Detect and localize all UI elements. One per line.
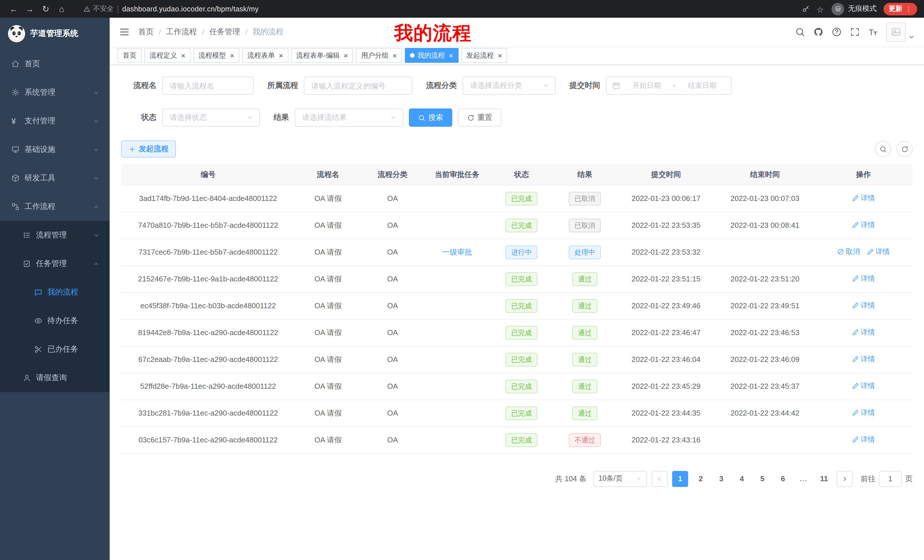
detail-action-link[interactable]: 详情 (852, 435, 875, 445)
sidebar-item-9[interactable]: 待办任务 (0, 307, 110, 335)
tab-item-2[interactable]: 流程模型× (193, 48, 239, 63)
browser-update-button[interactable]: 更新 ⋮ (884, 3, 917, 15)
status-select[interactable]: 请选择状态 (162, 108, 260, 127)
create-process-button[interactable]: 发起流程 (121, 141, 176, 157)
sidebar-item-5[interactable]: 工作流程 (0, 192, 110, 221)
process-id-input[interactable] (304, 76, 412, 95)
sidebar-menu: 首页系统管理¥支付管理基础设施研发工具工作流程流程管理任务管理我的流程待办任务已… (0, 49, 110, 392)
tab-item-1[interactable]: 流程定义× (144, 48, 190, 63)
sidebar-item-1[interactable]: 系统管理 (0, 78, 110, 107)
close-icon[interactable]: × (279, 52, 283, 59)
cell-category: OA (361, 239, 424, 265)
page-size-select[interactable]: 10条/页 (593, 471, 647, 487)
table-toolbar: 发起流程 (121, 141, 913, 157)
detail-action-link[interactable]: 详情 (852, 408, 875, 418)
user-menu[interactable] (886, 22, 915, 42)
page-number-button[interactable]: 6 (775, 471, 791, 487)
tab-label: 用户分组 (361, 51, 388, 60)
close-icon[interactable]: × (498, 52, 502, 59)
back-button[interactable]: ← (7, 2, 21, 16)
table-header-row: 编号流程名流程分类当前审批任务状态结果提交时间结束时间操作 (121, 165, 913, 185)
bookmark-star-icon[interactable]: ☆ (817, 5, 825, 13)
tab-item-4[interactable]: 流程表单-编辑× (291, 48, 353, 63)
page-number-button[interactable]: 4 (734, 471, 750, 487)
tab-item-6[interactable]: 我的流程× (405, 48, 458, 63)
current-task-link[interactable]: 一级审批 (442, 247, 472, 256)
sidebar-item-2[interactable]: ¥支付管理 (0, 107, 110, 135)
reset-button[interactable]: 重置 (458, 108, 501, 127)
toggle-search-button[interactable] (875, 141, 891, 157)
monitor-icon (11, 145, 20, 154)
cell-current-task (424, 427, 490, 453)
tab-item-5[interactable]: 用户分组× (356, 48, 402, 63)
avatar (886, 22, 906, 42)
tab-label: 流程模型 (198, 51, 226, 60)
page-number-button[interactable]: 3 (713, 471, 729, 487)
breadcrumb-item[interactable]: 首页 (138, 27, 154, 37)
detail-action-link[interactable]: 详情 (852, 328, 875, 337)
sidebar-item-3[interactable]: 基础设施 (0, 135, 110, 164)
tab-item-3[interactable]: 流程表单× (242, 48, 288, 63)
question-icon[interactable] (831, 27, 842, 37)
result-select[interactable]: 请选择流结果 (295, 108, 403, 127)
edit-icon (852, 276, 859, 282)
fullscreen-icon[interactable] (850, 27, 860, 37)
cell-id: 7317cec6-7b9b-11ec-b5b7-acde48001122 (121, 239, 295, 265)
column-header: 结果 (553, 165, 616, 185)
goto-page-input[interactable] (879, 471, 902, 487)
cell-actions: 详情 (814, 185, 913, 212)
close-icon[interactable]: × (230, 52, 234, 59)
forward-button[interactable]: → (23, 2, 36, 16)
close-icon[interactable]: × (393, 52, 397, 59)
detail-action-link[interactable]: 详情 (852, 355, 875, 364)
address-bar[interactable]: 不安全 dashboard.yudao.iocoder.cn/bpm/task/… (76, 2, 794, 16)
page-number-button[interactable]: 11 (816, 471, 832, 487)
detail-action-link[interactable]: 详情 (852, 301, 875, 310)
github-icon[interactable] (813, 27, 824, 37)
page-number-button[interactable]: 5 (754, 471, 770, 487)
security-warning[interactable]: 不安全 (83, 4, 114, 14)
table-row: 2152467e-7b9b-11ec-9a1b-acde48001122OA 请… (121, 265, 913, 292)
app-logo[interactable]: 芋道管理系统 (0, 18, 110, 49)
sidebar-toggle-icon[interactable] (119, 26, 130, 38)
sidebar-item-4[interactable]: 研发工具 (0, 164, 110, 192)
sidebar-item-0[interactable]: 首页 (0, 49, 110, 78)
detail-action-link[interactable]: 详情 (852, 220, 875, 230)
cancel-action-link[interactable]: 取消 (837, 247, 860, 257)
refresh-table-button[interactable] (897, 141, 913, 157)
page-number-button[interactable]: ... (795, 471, 812, 487)
sidebar-item-8[interactable]: 我的流程 (0, 278, 110, 307)
cell-process-name: OA 请假 (295, 185, 361, 212)
detail-action-link[interactable]: 详情 (852, 274, 875, 284)
page-number-button[interactable]: 1 (672, 471, 688, 487)
prev-page-button[interactable] (652, 471, 668, 487)
close-icon[interactable]: × (344, 52, 348, 59)
page-number-button[interactable]: 2 (693, 471, 709, 487)
plus-icon (129, 145, 136, 153)
key-icon[interactable] (802, 5, 810, 13)
sidebar-item-6[interactable]: 流程管理 (0, 221, 110, 250)
cell-end-time: 2022-01-22 23:46:53 (716, 319, 814, 346)
home-button[interactable]: ⌂ (55, 2, 69, 16)
process-name-input[interactable] (162, 76, 254, 95)
breadcrumb-item[interactable]: 工作流程 (166, 27, 197, 37)
detail-action-link[interactable]: 详情 (852, 381, 875, 391)
search-button[interactable]: 搜索 (409, 108, 452, 127)
category-select[interactable]: 请选择流程分类 (463, 76, 556, 95)
date-range-picker[interactable]: 开始日期 - 结束日期 (606, 76, 732, 95)
tab-item-7[interactable]: 发起流程× (461, 48, 507, 63)
breadcrumb-item[interactable]: 任务管理 (209, 27, 240, 37)
close-icon[interactable]: × (449, 52, 453, 59)
next-page-button[interactable] (837, 471, 853, 487)
detail-action-link[interactable]: 详情 (852, 193, 875, 203)
cell-process-name: OA 请假 (295, 212, 361, 239)
reload-button[interactable]: ↻ (39, 2, 52, 16)
detail-action-link[interactable]: 详情 (867, 247, 890, 257)
close-icon[interactable]: × (181, 52, 185, 59)
search-icon[interactable] (795, 27, 805, 37)
tab-item-0[interactable]: 首页 (118, 48, 142, 63)
font-size-icon[interactable] (868, 27, 878, 37)
sidebar-item-7[interactable]: 任务管理 (0, 250, 110, 278)
sidebar-item-10[interactable]: 已办任务 (0, 335, 110, 364)
sidebar-item-11[interactable]: 请假查询 (0, 364, 110, 392)
